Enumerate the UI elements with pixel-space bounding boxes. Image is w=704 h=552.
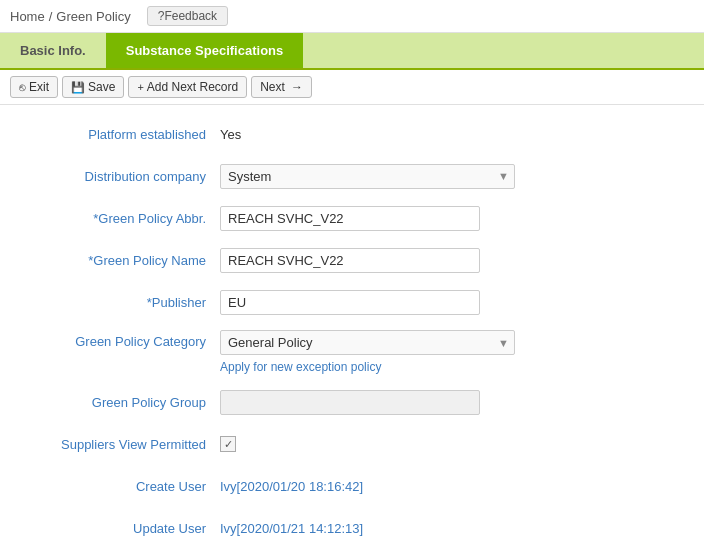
breadcrumb-current: Green Policy [56, 9, 130, 24]
green-policy-group-input[interactable] [220, 390, 480, 415]
create-user-label: Create User [20, 479, 220, 494]
publisher-input[interactable] [220, 290, 480, 315]
update-user-label: Update User [20, 521, 220, 536]
save-icon: 💾 [71, 81, 85, 94]
exception-policy-link[interactable]: Apply for new exception policy [220, 360, 381, 374]
exit-label: Exit [29, 80, 49, 94]
distribution-company-label: Distribution company [20, 169, 220, 184]
create-user-value[interactable]: Ivy[2020/01/20 18:16:42] [220, 479, 363, 494]
distribution-company-select[interactable]: System [220, 164, 515, 189]
platform-established-label: Platform established [20, 127, 220, 142]
suppliers-view-permitted-row: Suppliers View Permitted ✓ [20, 430, 684, 458]
top-bar: Home / Green Policy ?Feedback [0, 0, 704, 33]
check-icon: ✓ [224, 438, 233, 451]
add-icon: + [137, 81, 143, 93]
green-policy-group-row: Green Policy Group [20, 388, 684, 416]
green-policy-category-label: Green Policy Category [20, 330, 220, 349]
exit-icon: ⎋ [19, 81, 26, 93]
exit-button[interactable]: ⎋ Exit [10, 76, 58, 98]
feedback-button[interactable]: ?Feedback [147, 6, 228, 26]
suppliers-view-permitted-checkbox-area: ✓ [220, 436, 236, 452]
add-next-button[interactable]: + Add Next Record [128, 76, 247, 98]
green-policy-category-select-wrapper: General Policy ▼ [220, 330, 515, 355]
green-policy-abbr-input[interactable] [220, 206, 480, 231]
green-policy-name-row: *Green Policy Name [20, 246, 684, 274]
platform-established-value: Yes [220, 127, 241, 142]
tab-basic-info[interactable]: Basic Info. [0, 33, 106, 68]
green-policy-category-field-group: General Policy ▼ Apply for new exception… [220, 330, 515, 374]
toolbar: ⎋ Exit 💾 Save + Add Next Record Next [0, 70, 704, 105]
distribution-company-select-wrapper: System ▼ [220, 164, 515, 189]
publisher-row: *Publisher [20, 288, 684, 316]
save-label: Save [88, 80, 115, 94]
green-policy-category-select[interactable]: General Policy [220, 330, 515, 355]
distribution-company-row: Distribution company System ▼ [20, 162, 684, 190]
save-button[interactable]: 💾 Save [62, 76, 124, 98]
platform-established-row: Platform established Yes [20, 120, 684, 148]
breadcrumb-separator: / [49, 9, 53, 24]
green-policy-abbr-row: *Green Policy Abbr. [20, 204, 684, 232]
suppliers-view-permitted-checkbox[interactable]: ✓ [220, 436, 236, 452]
update-user-value[interactable]: Ivy[2020/01/21 14:12:13] [220, 521, 363, 536]
create-user-row: Create User Ivy[2020/01/20 18:16:42] [20, 472, 684, 500]
next-label: Next [260, 80, 285, 94]
update-user-row: Update User Ivy[2020/01/21 14:12:13] [20, 514, 684, 542]
breadcrumb-home[interactable]: Home [10, 9, 45, 24]
green-policy-abbr-label: *Green Policy Abbr. [20, 211, 220, 226]
green-policy-name-label: *Green Policy Name [20, 253, 220, 268]
breadcrumb: Home / Green Policy [10, 9, 131, 24]
tabs-container: Basic Info. Substance Specifications [0, 33, 704, 70]
green-policy-name-input[interactable] [220, 248, 480, 273]
add-next-label: Add Next Record [147, 80, 238, 94]
green-policy-group-label: Green Policy Group [20, 395, 220, 410]
green-policy-category-row: Green Policy Category General Policy ▼ A… [20, 330, 684, 374]
suppliers-view-permitted-label: Suppliers View Permitted [20, 437, 220, 452]
form-area: Platform established Yes Distribution co… [0, 105, 704, 552]
next-button[interactable]: Next [251, 76, 312, 98]
publisher-label: *Publisher [20, 295, 220, 310]
tab-substance-specs[interactable]: Substance Specifications [106, 33, 304, 68]
